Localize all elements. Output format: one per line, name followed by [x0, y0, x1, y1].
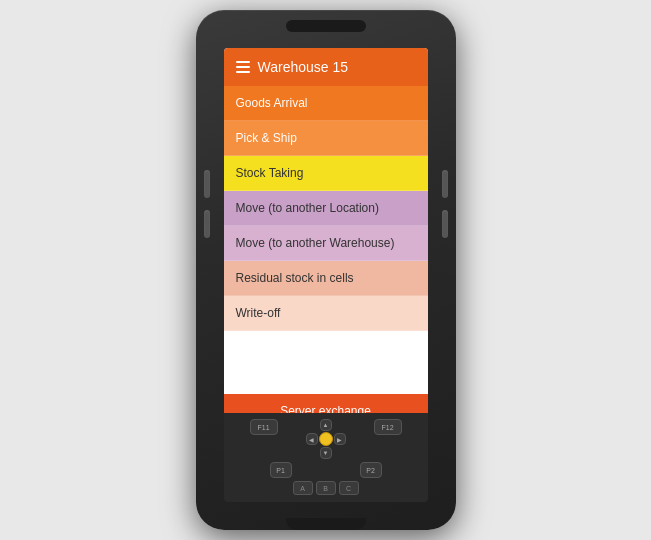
menu-item-move-warehouse[interactable]: Move (to another Warehouse) — [224, 226, 428, 261]
key-b[interactable]: B — [316, 481, 336, 495]
side-button-right-2[interactable] — [442, 210, 448, 238]
menu-item-move-location[interactable]: Move (to another Location) — [224, 191, 428, 226]
menu-list: Goods Arrival Pick & Ship Stock Taking M… — [224, 86, 428, 428]
key-a[interactable]: A — [293, 481, 313, 495]
f-key-row: F11 ▲ ◀ ▶ ▼ — [228, 419, 424, 459]
f12-key[interactable]: F12 — [374, 419, 402, 435]
keypad-area: F11 ▲ ◀ ▶ ▼ — [224, 413, 428, 502]
nav-center-key[interactable] — [319, 432, 333, 446]
p1-key[interactable]: P1 — [270, 462, 292, 478]
device-body: Warehouse 15 Goods Arrival Pick & Ship S… — [196, 10, 456, 530]
scan-trigger[interactable] — [286, 518, 366, 530]
nav-right-key[interactable]: ▶ — [334, 433, 346, 445]
device: Warehouse 15 Goods Arrival Pick & Ship S… — [181, 5, 471, 535]
key-c[interactable]: C — [339, 481, 359, 495]
menu-items-container: Goods Arrival Pick & Ship Stock Taking M… — [224, 86, 428, 331]
p-key-row: P1 P2 — [228, 462, 424, 478]
nav-cluster-wrapper: ▲ ◀ ▶ ▼ — [306, 419, 346, 459]
app-header: Warehouse 15 — [224, 48, 428, 86]
abc-key-row: A B C — [228, 481, 424, 495]
side-button-left-2[interactable] — [204, 210, 210, 238]
app-screen: Warehouse 15 Goods Arrival Pick & Ship S… — [224, 48, 428, 428]
p2-key[interactable]: P2 — [360, 462, 382, 478]
f11-key[interactable]: F11 — [250, 419, 278, 435]
menu-item-residual-stock[interactable]: Residual stock in cells — [224, 261, 428, 296]
hamburger-menu-icon[interactable] — [236, 61, 250, 73]
device-top-notch — [286, 20, 366, 32]
nav-left-key[interactable]: ◀ — [306, 433, 318, 445]
menu-item-write-off[interactable]: Write-off — [224, 296, 428, 331]
side-button-right-1[interactable] — [442, 170, 448, 198]
nav-down-key[interactable]: ▼ — [320, 447, 332, 459]
side-button-left-1[interactable] — [204, 170, 210, 198]
menu-item-pick-ship[interactable]: Pick & Ship — [224, 121, 428, 156]
nav-up-key[interactable]: ▲ — [320, 419, 332, 431]
menu-item-stock-taking[interactable]: Stock Taking — [224, 156, 428, 191]
menu-item-goods-arrival[interactable]: Goods Arrival — [224, 86, 428, 121]
app-title: Warehouse 15 — [258, 59, 349, 75]
